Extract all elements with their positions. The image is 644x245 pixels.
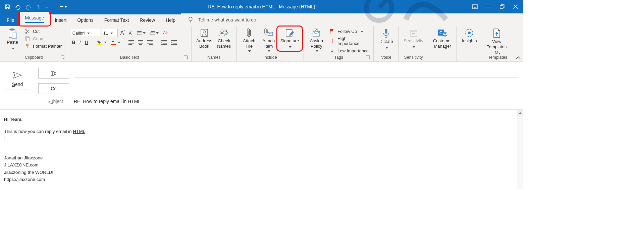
font-name-combo[interactable]: Calibri <box>71 29 100 37</box>
high-importance-button[interactable]: ! High Importance <box>328 36 371 46</box>
tab-format-text[interactable]: Format Text <box>99 14 135 26</box>
italic-button[interactable]: I <box>78 39 82 46</box>
minimize-icon[interactable] <box>486 4 491 9</box>
tab-file[interactable]: File <box>1 14 20 26</box>
check-names-button[interactable]: Check Names <box>214 28 234 49</box>
insights-button[interactable]: Insights <box>460 28 479 44</box>
numbering-icon: 123 <box>150 31 155 35</box>
numbering-button[interactable]: 123 <box>148 30 160 36</box>
signature-line-2: JILAXZONE.com <box>4 161 519 169</box>
qat-customize-icon[interactable] <box>60 6 67 8</box>
svg-rect-38 <box>147 43 153 44</box>
cut-button[interactable]: Cut <box>23 28 63 34</box>
ribbon-display-options-icon[interactable] <box>472 4 478 9</box>
format-painter-button[interactable]: Format Painter <box>23 43 63 49</box>
shrink-font-button[interactable]: Aˇ <box>127 30 134 36</box>
bullets-button[interactable] <box>135 30 147 36</box>
save-icon[interactable] <box>5 4 10 10</box>
dialog-launcher-icon[interactable] <box>184 55 189 60</box>
highlight-button[interactable] <box>96 39 108 46</box>
address-book-button[interactable]: Address Book <box>194 28 214 49</box>
cc-button[interactable]: Cc <box>38 83 69 94</box>
paste-label: Paste <box>7 40 18 45</box>
customer-manager-button[interactable]: C Customer Manager <box>431 28 454 49</box>
svg-rect-45 <box>173 42 177 42</box>
attach-file-button[interactable]: Attach File <box>239 28 259 53</box>
svg-rect-19 <box>151 31 155 32</box>
redo-icon[interactable] <box>25 4 32 10</box>
clear-formatting-button[interactable]: A <box>161 30 170 36</box>
arrow-down-icon[interactable] <box>45 4 49 9</box>
tab-options[interactable]: Options <box>72 14 99 26</box>
dialog-launcher-icon[interactable] <box>366 55 371 60</box>
ribbon-tabs: File Message Insert Options Format Text … <box>0 13 523 26</box>
group-names-label: Names <box>194 54 234 61</box>
grow-font-button[interactable]: Aˆ <box>119 29 126 37</box>
to-button[interactable]: To <box>38 68 69 79</box>
view-templates-label: View Templates <box>487 39 506 49</box>
svg-rect-15 <box>138 33 142 33</box>
copy-button[interactable]: Copy <box>23 36 63 42</box>
follow-up-button[interactable]: Follow Up <box>328 28 371 34</box>
group-voice: Dictate Voice <box>374 26 399 61</box>
font-size-combo[interactable]: 11 <box>102 29 118 37</box>
cut-label: Cut <box>33 29 40 34</box>
group-my-templates-label: My Templates <box>485 49 511 61</box>
dialog-launcher-icon[interactable] <box>60 55 65 60</box>
tell-me-search[interactable]: Tell me what you want to do <box>181 13 264 26</box>
svg-text:A: A <box>163 30 166 35</box>
low-importance-button[interactable]: Low Importance <box>328 48 371 54</box>
tab-review[interactable]: Review <box>134 14 160 26</box>
to-field[interactable] <box>74 69 519 78</box>
svg-rect-40 <box>161 40 167 41</box>
svg-rect-41 <box>163 42 167 42</box>
cc-field[interactable] <box>74 85 519 93</box>
scrollbar[interactable] <box>517 110 523 189</box>
bold-button[interactable]: B <box>71 39 77 46</box>
assign-policy-icon <box>312 28 321 38</box>
paste-button[interactable]: Paste <box>3 28 22 51</box>
exclamation-icon: ! <box>329 38 335 45</box>
dictate-button[interactable]: Dictate <box>376 28 396 50</box>
chevron-down-icon <box>315 48 318 53</box>
group-tags-label: Tags <box>307 54 371 61</box>
tab-message[interactable]: Message <box>20 12 50 26</box>
svg-rect-39 <box>149 44 153 45</box>
maximize-icon[interactable] <box>500 4 504 9</box>
tab-help[interactable]: Help <box>160 14 181 26</box>
svg-point-14 <box>137 33 138 34</box>
align-right-button[interactable] <box>146 39 154 45</box>
signature-button[interactable]: Signature <box>278 28 301 50</box>
assign-policy-button[interactable]: Assign Policy <box>307 28 326 53</box>
collapse-ribbon-button[interactable] <box>513 26 523 61</box>
arrow-down-blue-icon <box>329 48 335 53</box>
increase-indent-button[interactable] <box>169 39 178 45</box>
font-color-button[interactable]: A <box>109 39 122 46</box>
decrease-indent-button[interactable] <box>159 39 168 45</box>
align-left-button[interactable] <box>127 39 135 45</box>
assign-policy-label: Assign Policy <box>310 38 323 49</box>
align-center-button[interactable] <box>137 39 145 45</box>
subject-field[interactable]: RE: How to reply email in HTML <box>74 99 141 104</box>
svg-rect-28 <box>128 40 134 41</box>
svg-text:C: C <box>439 30 443 35</box>
chevron-down-icon <box>384 45 388 50</box>
scroll-up-button[interactable] <box>517 110 523 116</box>
underline-button[interactable]: U <box>84 39 90 46</box>
sensitivity-button[interactable]: Sensitivity <box>401 28 425 50</box>
mail-body[interactable]: Hi Team, This is how you can reply email… <box>0 110 523 189</box>
high-importance-label: High Importance <box>337 36 369 46</box>
send-button[interactable]: SSendend <box>5 68 30 90</box>
svg-rect-32 <box>138 40 143 41</box>
undo-icon[interactable] <box>14 4 21 10</box>
chevron-down-icon <box>11 46 14 51</box>
ribbon: Paste Cut Copy Format Painter Clipboa <box>0 26 523 62</box>
arrow-up-icon[interactable] <box>36 4 41 9</box>
address-book-icon <box>200 28 209 38</box>
close-icon[interactable] <box>513 4 518 9</box>
svg-rect-35 <box>139 44 142 45</box>
view-templates-button[interactable]: View Templates <box>485 28 508 49</box>
attach-item-button[interactable]: Attach Item <box>259 28 278 53</box>
tab-insert[interactable]: Insert <box>49 14 72 26</box>
group-include: Attach File Attach Item Signature Includ… <box>237 26 304 61</box>
